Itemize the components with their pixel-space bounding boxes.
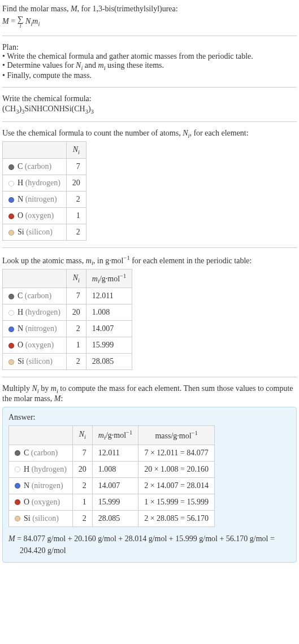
element-symbol: N — [18, 195, 23, 203]
element-cell: H (hydrogen) — [3, 304, 67, 321]
count-value: 20 — [66, 175, 86, 192]
atomic-mass-value: 14.007 — [92, 477, 138, 494]
intro-M: M — [71, 5, 77, 13]
formula-N: N — [25, 17, 31, 25]
element-symbol: H — [24, 465, 29, 473]
ans-hdr-blank — [9, 426, 73, 445]
element-name: (hydrogen) — [29, 465, 67, 473]
element-swatch-icon — [15, 499, 20, 505]
sum-index: i — [18, 23, 24, 29]
element-cell: Si (silicon) — [3, 354, 67, 370]
element-swatch-icon — [8, 359, 14, 365]
lookup-title-b: , in g·mol — [93, 256, 124, 265]
mult-a: Multiply — [2, 384, 32, 393]
element-name: (nitrogen) — [29, 481, 63, 490]
atomic-mass-value: 12.011 — [92, 445, 138, 461]
table-row: Si (silicon)228.085 — [3, 354, 132, 370]
molar-mass-formula: M = ∑i Nimi — [2, 15, 297, 29]
formula-m: m — [32, 17, 38, 25]
table-row: N (nitrogen)2 — [3, 192, 86, 208]
answer-label: Answer: — [8, 413, 291, 422]
mult-m: m — [51, 384, 57, 393]
element-symbol: Si — [18, 357, 24, 365]
element-cell: N (nitrogen) — [3, 321, 67, 337]
final-equation: M = 84.077 g/mol + 20.160 g/mol + 28.014… — [8, 533, 291, 556]
mass-calc-value: 2 × 28.085 = 56.170 — [138, 510, 215, 526]
element-symbol: C — [18, 162, 23, 171]
cf-a: (CH — [2, 105, 16, 113]
element-cell: C (carbon) — [9, 445, 73, 461]
plan-b2-c: using these items. — [106, 61, 164, 69]
table-row: Si (silicon)228.0852 × 28.085 = 56.170 — [9, 510, 215, 526]
cf-e: SiNHCONHSi(CH — [24, 105, 85, 113]
formula-mi: mi — [32, 17, 40, 25]
table-row: Si (silicon)2 — [3, 224, 86, 241]
mult-d: : — [60, 394, 63, 403]
mass-calc-value: 7 × 12.011 = 84.077 — [138, 445, 215, 461]
element-swatch-icon — [8, 310, 14, 316]
count-title-N: N — [183, 129, 188, 137]
ans-hdr-mass-a: mass/g·mol — [155, 432, 191, 440]
element-cell: O (oxygen) — [3, 208, 67, 224]
lookup-hdr-unit-b: −1 — [120, 273, 126, 279]
element-swatch-icon — [8, 197, 14, 203]
ans-hdr-unit-b: −1 — [126, 429, 132, 436]
element-symbol: C — [24, 449, 29, 457]
count-value: 2 — [72, 510, 92, 526]
element-swatch-icon — [8, 343, 14, 349]
table-row: C (carbon)712.0117 × 12.011 = 84.077 — [9, 445, 215, 461]
plan-b2-b: and — [83, 61, 98, 69]
table-header-row: Ni mi/g·mol−1 — [3, 269, 132, 288]
count-value: 2 — [66, 321, 86, 337]
plan-bullet-2: • Determine values for Ni and mi using t… — [2, 61, 297, 71]
final-M: M — [8, 534, 15, 543]
element-cell: N (nitrogen) — [3, 192, 67, 208]
element-swatch-icon — [15, 450, 20, 456]
lookup-title-neg1: −1 — [123, 255, 129, 261]
count-value: 2 — [72, 477, 92, 494]
element-cell: O (oxygen) — [3, 337, 67, 354]
element-name: (carbon) — [23, 291, 51, 300]
count-value: 20 — [72, 461, 92, 477]
element-name: (nitrogen) — [23, 324, 57, 333]
formula-M: M — [2, 17, 9, 25]
atomic-mass-value: 12.011 — [86, 288, 132, 304]
element-symbol: O — [18, 341, 23, 349]
count-title-b: , for each element: — [189, 129, 248, 137]
count-hdr-blank — [3, 141, 67, 159]
multiply-section: Multiply Ni by mi to compute the mass fo… — [2, 382, 297, 564]
lookup-title: Look up the atomic mass, mi, in g·mol−1 … — [2, 255, 297, 266]
element-name: (carbon) — [29, 449, 58, 457]
element-name: (nitrogen) — [23, 195, 57, 203]
element-cell: C (carbon) — [3, 288, 67, 304]
plan-section: Plan: • Write the chemical formula and g… — [2, 41, 297, 82]
table-row: O (oxygen)115.9991 × 15.999 = 15.999 — [9, 494, 215, 510]
element-symbol: C — [18, 291, 23, 300]
table-row: N (nitrogen)214.0072 × 14.007 = 28.014 — [9, 477, 215, 494]
table-header-row: Ni — [3, 141, 86, 159]
element-symbol: Si — [24, 514, 31, 523]
table-row: H (hydrogen)201.008 — [3, 304, 132, 321]
formula-eq: = — [9, 17, 18, 25]
count-value: 2 — [66, 224, 86, 241]
element-swatch-icon — [15, 467, 20, 472]
table-row: H (hydrogen)20 — [3, 175, 86, 192]
mult-b: by — [39, 384, 51, 393]
atomic-mass-value: 15.999 — [86, 337, 132, 354]
divider — [2, 87, 297, 88]
intro-section: Find the molar mass, M, for 1,3-bis(trim… — [2, 2, 297, 31]
count-value: 1 — [72, 494, 92, 510]
count-title-a: Use the chemical formula to count the nu… — [2, 129, 183, 137]
element-name: (silicon) — [31, 514, 59, 523]
count-title: Use the chemical formula to count the nu… — [2, 129, 297, 139]
element-swatch-icon — [8, 214, 14, 219]
element-cell: N (nitrogen) — [9, 477, 73, 494]
element-cell: H (hydrogen) — [9, 461, 73, 477]
element-name: (hydrogen) — [23, 179, 60, 187]
element-cell: Si (silicon) — [9, 510, 73, 526]
element-symbol: N — [24, 481, 29, 490]
write-formula-section: Write the chemical formula: (CH3)3SiNHCO… — [2, 92, 297, 117]
element-name: (silicon) — [24, 228, 53, 236]
intro-text-b: , for 1,3-bis(trimethylsilyl)urea: — [77, 5, 178, 13]
cf-h: 3 — [91, 108, 94, 115]
